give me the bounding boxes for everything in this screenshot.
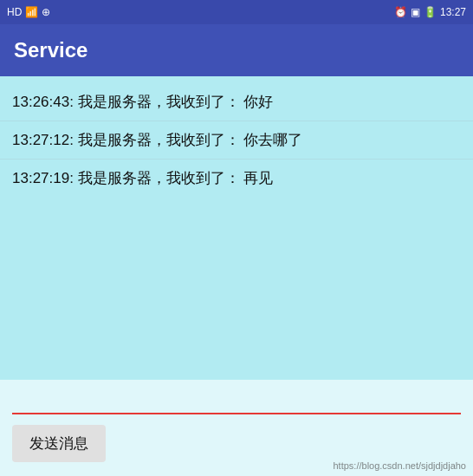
message-item: 13:27:19: 我是服务器，我收到了： 再见 bbox=[0, 160, 473, 197]
status-left: HD 📶 ⊕ bbox=[7, 6, 50, 18]
watermark: https://blog.csdn.net/sjdjdjdjaho bbox=[334, 460, 467, 471]
battery-icon: 🔋 bbox=[424, 6, 437, 18]
screen-icon: ▣ bbox=[411, 6, 420, 18]
alarm-icon: ⏰ bbox=[394, 6, 407, 18]
signal-icon: 📶 bbox=[25, 6, 38, 18]
app-bar: Service bbox=[0, 24, 473, 76]
status-bar: HD 📶 ⊕ ⏰ ▣ 🔋 13:27 bbox=[0, 0, 473, 24]
input-area bbox=[0, 380, 473, 418]
status-right: ⏰ ▣ 🔋 13:27 bbox=[394, 6, 466, 18]
send-button[interactable]: 发送消息 bbox=[12, 425, 106, 462]
hd-badge: HD bbox=[7, 6, 22, 18]
content-area: 13:26:43: 我是服务器，我收到了： 你好 13:27:12: 我是服务器… bbox=[0, 76, 473, 476]
time-display: 13:27 bbox=[440, 6, 466, 18]
app-title: Service bbox=[14, 38, 87, 62]
message-item: 13:27:12: 我是服务器，我收到了： 你去哪了 bbox=[0, 121, 473, 160]
message-item: 13:26:43: 我是服务器，我收到了： 你好 bbox=[0, 83, 473, 121]
message-input[interactable] bbox=[12, 388, 461, 414]
wifi-icon: ⊕ bbox=[42, 6, 50, 18]
